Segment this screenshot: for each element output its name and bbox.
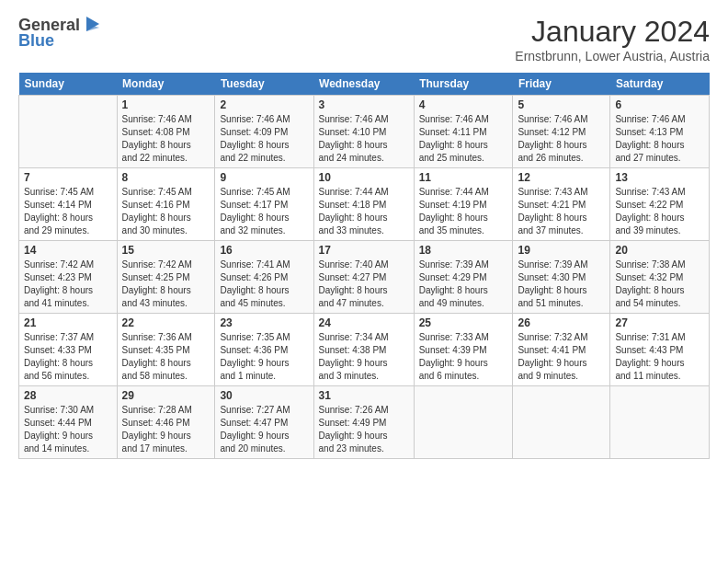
sunrise-text: Sunrise: 7:46 AM [319,113,409,126]
daylight-text: Daylight: 8 hours [319,139,409,152]
day-info: Sunrise: 7:36 AMSunset: 4:35 PMDaylight:… [122,331,210,383]
daylight-minutes: and 23 minutes. [319,442,409,455]
sunset-text: Sunset: 4:46 PM [122,417,210,430]
sunrise-text: Sunrise: 7:44 AM [419,186,508,199]
daylight-text: Daylight: 8 hours [518,212,605,224]
day-number: 16 [220,244,308,257]
sunrise-text: Sunrise: 7:37 AM [24,331,112,344]
day-info: Sunrise: 7:39 AMSunset: 4:30 PMDaylight:… [518,259,605,310]
sunset-text: Sunset: 4:30 PM [518,271,605,284]
table-row: 5Sunrise: 7:46 AMSunset: 4:12 PMDaylight… [513,96,610,168]
day-info: Sunrise: 7:46 AMSunset: 4:11 PMDaylight:… [419,113,508,165]
sunset-text: Sunset: 4:09 PM [220,126,308,139]
title-block: January 2024 Ernstbrunn, Lower Austria, … [515,15,710,63]
daylight-minutes: and 22 minutes. [220,152,308,165]
sunrise-text: Sunrise: 7:45 AM [220,186,308,199]
daylight-minutes: and 56 minutes. [24,370,112,383]
sunrise-text: Sunrise: 7:46 AM [220,113,308,126]
table-row: 12Sunrise: 7:43 AMSunset: 4:21 PMDayligh… [513,168,610,241]
sunset-text: Sunset: 4:27 PM [319,271,409,284]
daylight-text: Daylight: 9 hours [122,430,210,442]
day-info: Sunrise: 7:43 AMSunset: 4:22 PMDaylight:… [615,186,704,237]
day-info: Sunrise: 7:34 AMSunset: 4:38 PMDaylight:… [319,331,409,383]
daylight-minutes: and 47 minutes. [319,297,409,310]
day-number: 22 [122,316,210,329]
sunrise-text: Sunrise: 7:27 AM [220,404,308,417]
daylight-text: Daylight: 8 hours [615,139,704,152]
sunrise-text: Sunrise: 7:30 AM [24,404,112,417]
day-number: 28 [24,389,112,402]
daylight-minutes: and 25 minutes. [419,152,508,165]
daylight-text: Daylight: 8 hours [24,212,112,224]
sunrise-text: Sunrise: 7:38 AM [615,259,704,271]
sunset-text: Sunset: 4:38 PM [319,344,409,357]
sunrise-text: Sunrise: 7:33 AM [419,331,508,344]
table-row: 24Sunrise: 7:34 AMSunset: 4:38 PMDayligh… [313,314,414,386]
daylight-minutes: and 33 minutes. [319,224,409,237]
sunrise-text: Sunrise: 7:32 AM [518,331,605,344]
sunset-text: Sunset: 4:16 PM [122,199,210,212]
day-number: 1 [122,98,210,111]
day-number: 7 [24,171,112,184]
day-info: Sunrise: 7:45 AMSunset: 4:17 PMDaylight:… [220,186,308,237]
daylight-minutes: and 6 minutes. [419,370,508,383]
daylight-text: Daylight: 9 hours [220,357,308,370]
daylight-text: Daylight: 8 hours [518,284,605,297]
page: General Blue January 2024 Ernstbrunn, Lo… [0,0,728,563]
daylight-minutes: and 49 minutes. [419,297,508,310]
col-friday: Friday [513,73,610,96]
daylight-minutes: and 43 minutes. [122,297,210,310]
daylight-text: Daylight: 8 hours [220,212,308,224]
day-number: 8 [122,171,210,184]
daylight-minutes: and 17 minutes. [122,442,210,455]
calendar-week-row: 7Sunrise: 7:45 AMSunset: 4:14 PMDaylight… [19,168,710,241]
sunset-text: Sunset: 4:35 PM [122,344,210,357]
sunrise-text: Sunrise: 7:28 AM [122,404,210,417]
sunrise-text: Sunrise: 7:35 AM [220,331,308,344]
day-number: 10 [319,171,409,184]
table-row: 9Sunrise: 7:45 AMSunset: 4:17 PMDaylight… [215,168,313,241]
daylight-text: Daylight: 8 hours [122,212,210,224]
calendar-week-row: 28Sunrise: 7:30 AMSunset: 4:44 PMDayligh… [19,386,710,459]
day-info: Sunrise: 7:46 AMSunset: 4:09 PMDaylight:… [220,113,308,165]
daylight-minutes: and 30 minutes. [122,224,210,237]
daylight-text: Daylight: 8 hours [419,284,508,297]
daylight-text: Daylight: 9 hours [518,357,605,370]
sunset-text: Sunset: 4:49 PM [319,417,409,430]
sunset-text: Sunset: 4:22 PM [615,199,704,212]
day-info: Sunrise: 7:46 AMSunset: 4:13 PMDaylight:… [615,113,704,165]
sunrise-text: Sunrise: 7:31 AM [615,331,704,344]
daylight-minutes: and 14 minutes. [24,442,112,455]
sunset-text: Sunset: 4:21 PM [518,199,605,212]
daylight-text: Daylight: 8 hours [615,284,704,297]
day-info: Sunrise: 7:44 AMSunset: 4:18 PMDaylight:… [319,186,409,237]
day-number: 9 [220,171,308,184]
day-info: Sunrise: 7:44 AMSunset: 4:19 PMDaylight:… [419,186,508,237]
sunset-text: Sunset: 4:18 PM [319,199,409,212]
day-info: Sunrise: 7:41 AMSunset: 4:26 PMDaylight:… [220,259,308,310]
sunrise-text: Sunrise: 7:46 AM [122,113,210,126]
sunrise-text: Sunrise: 7:45 AM [122,186,210,199]
day-number: 13 [615,171,704,184]
day-number: 12 [518,171,605,184]
calendar-header-row: Sunday Monday Tuesday Wednesday Thursday… [19,73,710,96]
day-info: Sunrise: 7:42 AMSunset: 4:23 PMDaylight:… [24,259,112,310]
day-number: 30 [220,389,308,402]
sunset-text: Sunset: 4:14 PM [24,199,112,212]
day-info: Sunrise: 7:46 AMSunset: 4:12 PMDaylight:… [518,113,605,165]
table-row: 18Sunrise: 7:39 AMSunset: 4:29 PMDayligh… [414,241,513,314]
calendar-week-row: 1Sunrise: 7:46 AMSunset: 4:08 PMDaylight… [19,96,710,168]
sunset-text: Sunset: 4:13 PM [615,126,704,139]
daylight-minutes: and 20 minutes. [220,442,308,455]
day-number: 6 [615,98,704,111]
daylight-minutes: and 32 minutes. [220,224,308,237]
day-number: 2 [220,98,308,111]
table-row: 1Sunrise: 7:46 AMSunset: 4:08 PMDaylight… [117,96,215,168]
day-info: Sunrise: 7:45 AMSunset: 4:16 PMDaylight:… [122,186,210,237]
table-row: 31Sunrise: 7:26 AMSunset: 4:49 PMDayligh… [313,386,414,459]
daylight-text: Daylight: 9 hours [419,357,508,370]
sunset-text: Sunset: 4:36 PM [220,344,308,357]
sunset-text: Sunset: 4:08 PM [122,126,210,139]
day-number: 25 [419,316,508,329]
daylight-text: Daylight: 8 hours [220,139,308,152]
